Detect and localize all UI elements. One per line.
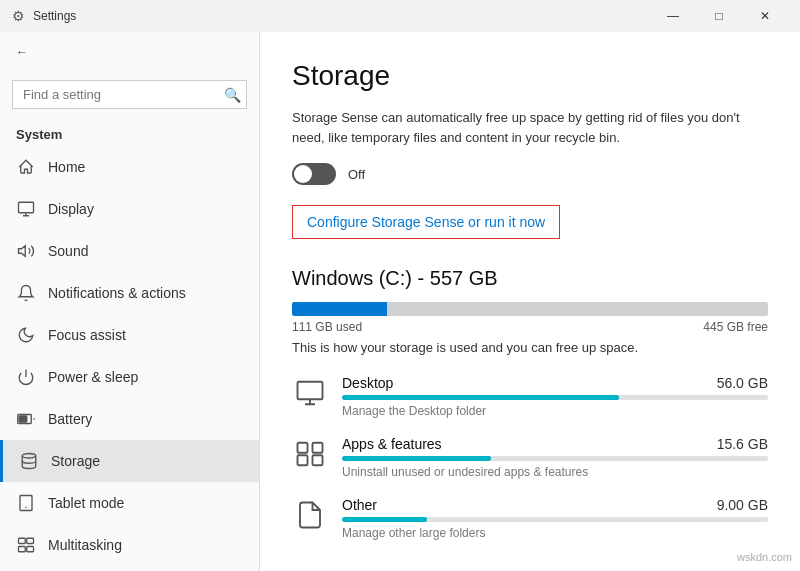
sidebar-item-label: Storage xyxy=(51,453,100,469)
svg-rect-9 xyxy=(27,538,34,543)
apps-name: Apps & features xyxy=(342,436,442,452)
svg-rect-14 xyxy=(313,443,323,453)
other-desc: Manage other large folders xyxy=(342,526,768,540)
storage-items-container: Desktop 56.0 GB Manage the Desktop folde… xyxy=(292,375,768,540)
sidebar-item-power[interactable]: Power & sleep xyxy=(0,356,259,398)
home-icon xyxy=(16,157,36,177)
apps-header: Apps & features 15.6 GB xyxy=(342,436,768,452)
storage-sense-toggle[interactable] xyxy=(292,163,336,185)
display-icon xyxy=(16,199,36,219)
toggle-row: Off xyxy=(292,163,768,185)
desktop-bar-track xyxy=(342,395,768,400)
sidebar-item-battery[interactable]: Battery xyxy=(0,398,259,440)
configure-link[interactable]: Configure Storage Sense or run it now xyxy=(292,205,560,239)
sidebar-item-focus[interactable]: Focus assist xyxy=(0,314,259,356)
page-title: Storage xyxy=(292,60,768,92)
svg-rect-4 xyxy=(19,416,27,422)
storage-item-desktop[interactable]: Desktop 56.0 GB Manage the Desktop folde… xyxy=(292,375,768,418)
main-content: Storage Storage Sense can automatically … xyxy=(260,32,800,571)
storage-item-apps[interactable]: Apps & features 15.6 GB Uninstall unused… xyxy=(292,436,768,479)
power-icon xyxy=(16,367,36,387)
watermark: wskdn.com xyxy=(737,551,792,563)
svg-point-5 xyxy=(22,454,36,459)
settings-app-icon: ⚙ xyxy=(12,8,25,24)
svg-rect-16 xyxy=(313,455,323,465)
other-info: Other 9.00 GB Manage other large folders xyxy=(342,497,768,540)
svg-rect-10 xyxy=(19,547,26,552)
svg-rect-8 xyxy=(19,538,26,543)
back-arrow-icon: ← xyxy=(16,45,28,59)
apps-info: Apps & features 15.6 GB Uninstall unused… xyxy=(342,436,768,479)
app-container: ← 🔍 System Home Display Sound Notificati… xyxy=(0,32,800,571)
storage-icon xyxy=(19,451,39,471)
section-label: System xyxy=(0,117,259,146)
desktop-bar-fill xyxy=(342,395,619,400)
drive-storage-bar: 111 GB used 445 GB free xyxy=(292,302,768,334)
toggle-knob xyxy=(294,165,312,183)
svg-rect-15 xyxy=(298,455,308,465)
sidebar-item-label: Power & sleep xyxy=(48,369,138,385)
storage-bar-track xyxy=(292,302,768,316)
search-input[interactable] xyxy=(12,80,247,109)
other-name: Other xyxy=(342,497,377,513)
titlebar: ⚙ Settings — □ ✕ xyxy=(0,0,800,32)
other-bar-track xyxy=(342,517,768,522)
svg-rect-13 xyxy=(298,443,308,453)
minimize-button[interactable]: — xyxy=(650,0,696,32)
other-icon xyxy=(292,497,328,533)
desktop-icon xyxy=(292,375,328,411)
sidebar-item-label: Focus assist xyxy=(48,327,126,343)
svg-rect-0 xyxy=(19,202,34,213)
sidebar-item-label: Sound xyxy=(48,243,88,259)
desktop-info: Desktop 56.0 GB Manage the Desktop folde… xyxy=(342,375,768,418)
notifications-icon xyxy=(16,283,36,303)
apps-bar-track xyxy=(342,456,768,461)
svg-rect-11 xyxy=(27,547,34,552)
drive-title: Windows (C:) - 557 GB xyxy=(292,267,768,290)
used-label: 111 GB used xyxy=(292,320,362,334)
sidebar-item-home[interactable]: Home xyxy=(0,146,259,188)
window-controls: — □ ✕ xyxy=(650,0,788,32)
sidebar-item-label: Multitasking xyxy=(48,537,122,553)
storage-item-other[interactable]: Other 9.00 GB Manage other large folders xyxy=(292,497,768,540)
sidebar-item-storage[interactable]: Storage xyxy=(0,440,259,482)
desktop-header: Desktop 56.0 GB xyxy=(342,375,768,391)
sidebar-item-multitasking[interactable]: Multitasking xyxy=(0,524,259,566)
apps-size: 15.6 GB xyxy=(717,436,768,452)
sidebar-item-label: Home xyxy=(48,159,85,175)
svg-marker-1 xyxy=(19,246,26,257)
sidebar-item-display[interactable]: Display xyxy=(0,188,259,230)
storage-bar-fill xyxy=(292,302,387,316)
maximize-button[interactable]: □ xyxy=(696,0,742,32)
back-button[interactable]: ← xyxy=(0,32,259,72)
desktop-name: Desktop xyxy=(342,375,393,391)
apps-desc: Uninstall unused or undesired apps & fea… xyxy=(342,465,768,479)
desktop-desc: Manage the Desktop folder xyxy=(342,404,768,418)
focus-icon xyxy=(16,325,36,345)
storage-sense-description: Storage Sense can automatically free up … xyxy=(292,108,752,147)
other-header: Other 9.00 GB xyxy=(342,497,768,513)
storage-bar-labels: 111 GB used 445 GB free xyxy=(292,320,768,334)
sidebar-item-sound[interactable]: Sound xyxy=(0,230,259,272)
apps-bar-fill xyxy=(342,456,491,461)
sidebar-item-tablet[interactable]: Tablet mode xyxy=(0,482,259,524)
sidebar-item-label: Tablet mode xyxy=(48,495,124,511)
desktop-size: 56.0 GB xyxy=(717,375,768,391)
sidebar-item-label: Display xyxy=(48,201,94,217)
window-title: Settings xyxy=(33,9,650,23)
sound-icon xyxy=(16,241,36,261)
sidebar-item-label: Battery xyxy=(48,411,92,427)
other-bar-fill xyxy=(342,517,427,522)
sidebar-item-notifications[interactable]: Notifications & actions xyxy=(0,272,259,314)
search-icon[interactable]: 🔍 xyxy=(224,87,241,103)
close-button[interactable]: ✕ xyxy=(742,0,788,32)
other-size: 9.00 GB xyxy=(717,497,768,513)
svg-rect-12 xyxy=(298,382,323,400)
multitasking-icon xyxy=(16,535,36,555)
tablet-icon xyxy=(16,493,36,513)
sidebar: ← 🔍 System Home Display Sound Notificati… xyxy=(0,32,260,571)
apps-icon xyxy=(292,436,328,472)
free-label: 445 GB free xyxy=(703,320,768,334)
sidebar-items-container: Home Display Sound Notifications & actio… xyxy=(0,146,259,566)
toggle-label: Off xyxy=(348,167,365,182)
